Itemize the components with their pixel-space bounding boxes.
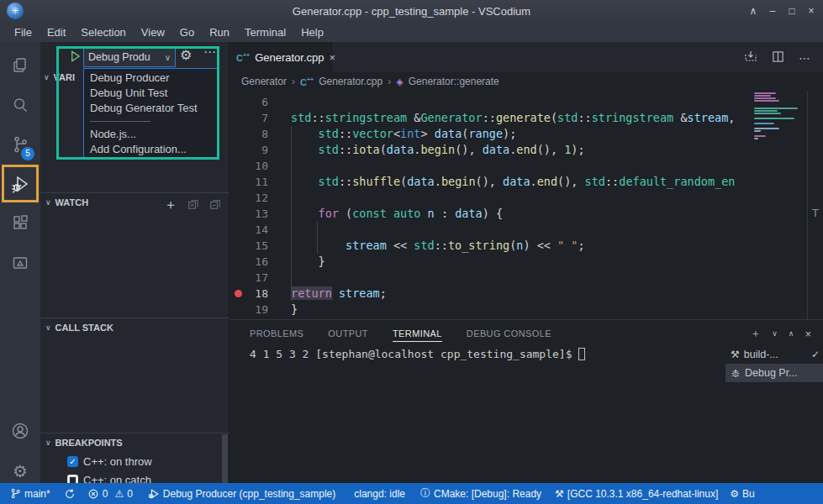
call-stack-section-header[interactable]: ∨ CALL STACK — [40, 318, 229, 337]
keep-above-icon[interactable]: ∧ — [747, 5, 760, 17]
dropdown-option[interactable]: Debug Generator Test — [84, 101, 217, 116]
add-watch-expression-icon[interactable]: ＋ — [164, 197, 177, 214]
run-below-icon[interactable] — [744, 50, 757, 66]
test-panel-icon[interactable] — [0, 244, 40, 282]
code-line[interactable]: 13 for (const auto n : data) { — [229, 206, 754, 222]
remove-all-watch-icon[interactable] — [187, 198, 199, 213]
search-icon[interactable] — [0, 86, 40, 124]
breakpoint-gutter[interactable] — [229, 94, 246, 110]
explorer-icon[interactable] — [0, 46, 40, 85]
breakpoint-gutter[interactable] — [229, 174, 246, 190]
dropdown-option[interactable]: Debug Unit Test — [84, 86, 217, 101]
debug-settings-gear-icon[interactable]: ⚙ — [180, 47, 192, 63]
checkbox[interactable]: ✓ — [67, 456, 78, 467]
menu-item-view[interactable]: View — [134, 24, 172, 41]
code-line[interactable]: 16 } — [229, 254, 754, 270]
debug-more-actions-icon[interactable]: ⋯ — [203, 45, 217, 60]
maximize-panel-icon[interactable]: ∧ — [789, 329, 794, 338]
close-panel-icon[interactable]: × — [805, 328, 811, 340]
code-line[interactable]: 18return stream; — [229, 286, 754, 302]
menu-item-selection[interactable]: Selection — [73, 24, 133, 41]
breakpoint-gutter[interactable] — [229, 110, 246, 126]
breadcrumb-symbol[interactable]: Generator::generate — [409, 76, 499, 87]
collapse-all-watch-icon[interactable] — [209, 198, 221, 213]
breadcrumb-folder[interactable]: Generator — [241, 76, 287, 87]
breakpoint-dot[interactable] — [235, 290, 242, 297]
editor-group: C++ Generator.cpp × ⋯ Generator › C++ Ge… — [229, 42, 823, 319]
branch-status[interactable]: main* — [10, 487, 50, 500]
maximize-icon[interactable]: □ — [785, 5, 799, 17]
breakpoint-gutter[interactable] — [229, 190, 246, 206]
tab-generator-cpp[interactable]: C++ Generator.cpp × — [229, 42, 332, 72]
code-line[interactable]: 11 std::shuffle(data.begin(), data.end()… — [229, 174, 754, 190]
minimize-icon[interactable]: – — [766, 5, 779, 17]
breakpoint-gutter[interactable] — [229, 222, 246, 238]
dropdown-option[interactable]: Add Configuration... — [84, 142, 217, 157]
breakpoint-gutter[interactable] — [229, 254, 246, 270]
code-line[interactable]: 17 — [229, 270, 754, 286]
variables-section-header[interactable]: ∨ VARI — [44, 72, 75, 82]
breakpoint-gutter[interactable] — [229, 238, 246, 254]
breakpoint-item[interactable]: ✓C++: on throw — [40, 452, 229, 470]
gcc-kit-status[interactable]: ⚒ [GCC 10.3.1 x86_64-redhat-linux] — [555, 488, 718, 500]
sidebar-scrollbar[interactable] — [222, 434, 228, 483]
menu-item-go[interactable]: Go — [172, 24, 202, 41]
debug-target-status[interactable]: Debug Producer (cpp_testing_sample) — [148, 488, 335, 500]
code-line[interactable]: 8 std::vector<int> data(range); — [229, 126, 754, 142]
split-editor-icon[interactable] — [772, 50, 784, 66]
code-line[interactable]: 14 — [229, 222, 754, 238]
panel-tab-debug-console[interactable]: DEBUG CONSOLE — [467, 324, 551, 342]
source-control-icon[interactable]: 5 — [0, 125, 40, 164]
line-number: 14 — [246, 222, 268, 238]
sync-status[interactable] — [64, 488, 76, 500]
dropdown-option[interactable]: Debug Producer — [84, 71, 217, 86]
menu-item-terminal[interactable]: Terminal — [237, 24, 293, 41]
breakpoint-gutter[interactable] — [229, 302, 246, 318]
dropdown-option[interactable]: Node.js... — [84, 127, 217, 142]
code-line[interactable]: 12 — [229, 190, 754, 206]
debug-config-dropdown[interactable]: Debug Produ ∨ — [83, 47, 176, 67]
breakpoint-gutter[interactable] — [229, 158, 246, 174]
code-line[interactable]: 6 — [229, 94, 754, 110]
menu-item-run[interactable]: Run — [202, 24, 237, 41]
panel-tab-output[interactable]: OUTPUT — [328, 324, 368, 342]
line-number: 11 — [246, 174, 268, 190]
terminal-tab-item[interactable]: ⚒build-...✓ — [725, 345, 823, 364]
start-debug-icon[interactable] — [69, 50, 82, 66]
code-area[interactable]: 67std::stringstream &Generator::generate… — [229, 91, 754, 319]
new-terminal-icon[interactable]: ＋ — [750, 326, 761, 341]
breakpoint-gutter[interactable] — [229, 126, 246, 142]
panel-tab-problems[interactable]: PROBLEMS — [250, 324, 303, 342]
run-and-debug-icon[interactable] — [0, 165, 40, 203]
code-line[interactable]: 19} — [229, 302, 754, 318]
chevron-down-icon[interactable]: ∨ — [772, 329, 778, 338]
breakpoint-gutter[interactable] — [229, 206, 246, 222]
terminal[interactable]: 4 1 5 3 2 [stephan@localhost cpp_testing… — [250, 348, 720, 360]
cmake-status[interactable]: ⓘ CMake: [Debug]: Ready — [420, 486, 541, 501]
panel-tab-terminal[interactable]: TERMINAL — [393, 324, 442, 342]
more-actions-icon[interactable]: ⋯ — [799, 51, 811, 65]
account-icon[interactable] — [0, 412, 40, 450]
close-icon[interactable]: × — [330, 51, 336, 64]
breakpoint-gutter[interactable] — [229, 270, 246, 286]
breakpoint-gutter[interactable] — [229, 142, 246, 158]
problems-status[interactable]: 0 ⚠ 0 — [87, 488, 133, 500]
build-status[interactable]: ⚙ Bu — [730, 488, 754, 500]
minimap[interactable] — [754, 92, 801, 318]
breakpoints-section-header[interactable]: ∨ BREAKPOINTS — [40, 433, 229, 452]
breadcrumb-file[interactable]: Generator.cpp — [319, 76, 382, 87]
panel-actions: ＋ ∨ ∧ × — [750, 326, 811, 341]
editor-scrollbar[interactable]: T — [807, 91, 823, 319]
code-line[interactable]: 10 — [229, 158, 754, 174]
code-line[interactable]: 7std::stringstream &Generator::generate(… — [229, 110, 754, 126]
code-line[interactable]: 15 stream << std::to_string(n) << " "; — [229, 238, 754, 254]
close-icon[interactable]: × — [805, 5, 818, 17]
menu-item-help[interactable]: Help — [293, 24, 331, 41]
extensions-icon[interactable] — [0, 204, 40, 243]
terminal-tab-item[interactable]: Debug Pr... — [725, 364, 823, 382]
menu-item-edit[interactable]: Edit — [40, 24, 73, 41]
menu-item-file[interactable]: File — [7, 24, 40, 41]
breakpoint-gutter[interactable] — [229, 286, 246, 302]
code-line[interactable]: 9 std::iota(data.begin(), data.end(), 1)… — [229, 142, 754, 158]
clangd-status[interactable]: clangd: idle — [354, 488, 405, 500]
